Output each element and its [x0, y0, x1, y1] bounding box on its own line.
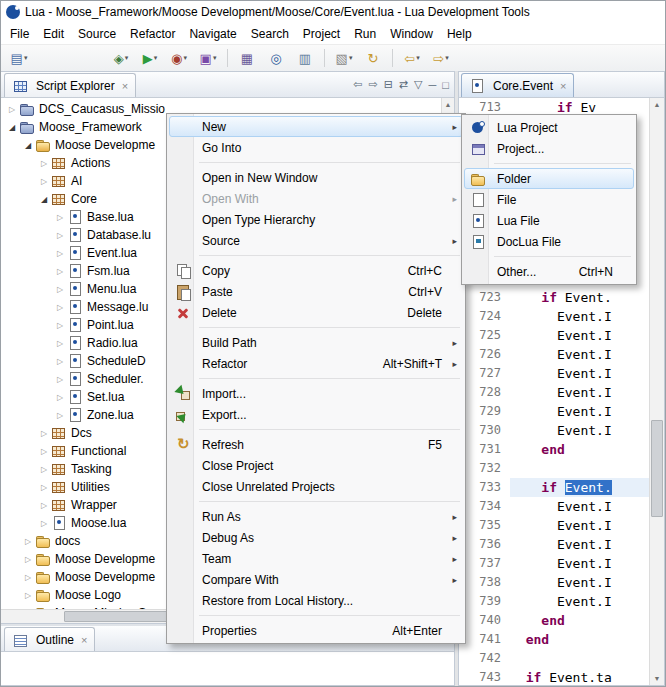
expand-arrow-icon[interactable]: ▷	[37, 483, 51, 492]
menu-navigate[interactable]: Navigate	[182, 25, 243, 43]
menu-item-source[interactable]: Source▸	[169, 230, 463, 251]
expand-arrow-icon[interactable]: ▷	[53, 231, 67, 240]
view-menu-icon[interactable]: ▽	[414, 78, 422, 91]
expand-arrow-icon[interactable]: ▷	[5, 105, 19, 114]
scroll-up-icon[interactable]: ▲	[442, 98, 454, 111]
expand-arrow-icon[interactable]: ▷	[53, 303, 67, 312]
view-forward-icon[interactable]: ⇨	[368, 78, 377, 91]
menu-edit[interactable]: Edit	[36, 25, 71, 43]
expand-arrow-icon[interactable]: ▷	[53, 213, 67, 222]
menu-item-doclua-file[interactable]: DocLua File	[464, 231, 634, 252]
dropdown-icon[interactable]: ▾	[154, 54, 158, 62]
expand-arrow-icon[interactable]: ▷	[53, 249, 67, 258]
menu-item-properties[interactable]: PropertiesAlt+Enter	[169, 620, 463, 641]
tab-script-explorer[interactable]: Script Explorer ×	[4, 73, 136, 97]
dropdown-icon[interactable]: ▾	[349, 54, 353, 62]
expand-arrow-icon[interactable]: ▷	[53, 375, 67, 384]
menu-item-delete[interactable]: DeleteDelete	[169, 302, 463, 323]
expand-arrow-icon[interactable]: ▷	[21, 591, 35, 600]
debug-button[interactable]: ◈▾	[107, 47, 135, 69]
forward-button[interactable]: ⇨▾	[427, 47, 455, 69]
menu-help[interactable]: Help	[440, 25, 479, 43]
expand-arrow-icon[interactable]: ▷	[53, 393, 67, 402]
show-view-button[interactable]: ▥	[291, 47, 319, 69]
last-edit-location-button[interactable]: ↻	[359, 47, 387, 69]
scroll-up-icon[interactable]: ▲	[650, 98, 664, 111]
expand-arrow-icon[interactable]: ▷	[37, 447, 51, 456]
menu-item-import[interactable]: Import...	[169, 383, 463, 404]
menu-item-debug-as[interactable]: Debug As▸	[169, 527, 463, 548]
menu-item-paste[interactable]: PasteCtrl+V	[169, 281, 463, 302]
view-back-icon[interactable]: ⇦	[353, 78, 362, 91]
link-with-editor-icon[interactable]: ⇄	[399, 78, 408, 91]
menu-item-file[interactable]: File	[464, 189, 634, 210]
menu-source[interactable]: Source	[71, 25, 123, 43]
editor-tab-core-event[interactable]: Core.Event ×	[461, 73, 574, 97]
dropdown-icon[interactable]: ▾	[445, 54, 449, 62]
tab-outline[interactable]: Outline ×	[4, 627, 95, 651]
menu-item-compare-with[interactable]: Compare With▸	[169, 569, 463, 590]
collapse-arrow-icon[interactable]: ◢	[37, 195, 51, 204]
dropdown-icon[interactable]: ▾	[416, 54, 420, 62]
search-button[interactable]: ◎	[262, 47, 290, 69]
menu-item-close-unrelated-projects[interactable]: Close Unrelated Projects	[169, 476, 463, 497]
expand-arrow-icon[interactable]: ▷	[37, 429, 51, 438]
annotations-button[interactable]: ▧▾	[330, 47, 358, 69]
expand-arrow-icon[interactable]: ▷	[53, 321, 67, 330]
menu-file[interactable]: File	[3, 25, 36, 43]
expand-arrow-icon[interactable]: ▷	[21, 555, 35, 564]
scrollbar-thumb[interactable]	[651, 420, 663, 517]
menu-window[interactable]: Window	[383, 25, 440, 43]
maximize-icon[interactable]: □	[442, 79, 449, 91]
menu-item-open-in-new-window[interactable]: Open in New Window	[169, 167, 463, 188]
dropdown-icon[interactable]: ▾	[213, 54, 217, 62]
menu-item-lua-project[interactable]: Lua Project	[464, 117, 634, 138]
expand-arrow-icon[interactable]: ▷	[21, 537, 35, 546]
expand-arrow-icon[interactable]: ▷	[37, 177, 51, 186]
expand-arrow-icon[interactable]: ▷	[37, 501, 51, 510]
menu-item-project[interactable]: Project...	[464, 138, 634, 159]
menu-project[interactable]: Project	[296, 25, 347, 43]
menu-item-build-path[interactable]: Build Path▸	[169, 332, 463, 353]
collapse-all-icon[interactable]: ⊟	[384, 78, 393, 91]
dropdown-icon[interactable]: ▾	[24, 54, 28, 62]
expand-arrow-icon[interactable]: ▷	[53, 339, 67, 348]
minimize-icon[interactable]: ─	[429, 79, 437, 91]
menu-item-go-into[interactable]: Go Into	[169, 137, 463, 158]
menu-item-run-as[interactable]: Run As▸	[169, 506, 463, 527]
expand-arrow-icon[interactable]: ▷	[37, 519, 51, 528]
menu-item-export[interactable]: Export...	[169, 404, 463, 425]
expand-arrow-icon[interactable]: ▷	[53, 285, 67, 294]
back-button[interactable]: ⇦▾	[398, 47, 426, 69]
menu-item-close-project[interactable]: Close Project	[169, 455, 463, 476]
editor-vertical-scrollbar[interactable]: ▲ ▼	[649, 98, 664, 685]
expand-arrow-icon[interactable]: ▷	[21, 573, 35, 582]
new-wizard-button[interactable]: ▤▾	[5, 47, 33, 69]
expand-arrow-icon[interactable]: ▷	[53, 357, 67, 366]
menu-item-new[interactable]: New▸	[169, 116, 463, 137]
collapse-arrow-icon[interactable]: ◢	[21, 141, 35, 150]
menu-search[interactable]: Search	[244, 25, 296, 43]
menu-item-open-type-hierarchy[interactable]: Open Type Hierarchy	[169, 209, 463, 230]
external-tools-button[interactable]: ◉▾	[165, 47, 193, 69]
menu-item-refactor[interactable]: RefactorAlt+Shift+T▸	[169, 353, 463, 374]
dropdown-icon[interactable]: ▾	[183, 54, 187, 62]
menu-item-restore-from-local-history[interactable]: Restore from Local History...	[169, 590, 463, 611]
close-icon[interactable]: ×	[560, 80, 566, 92]
menu-item-refresh[interactable]: RefreshF5	[169, 434, 463, 455]
run-button[interactable]: ▶▾	[136, 47, 164, 69]
open-element-button[interactable]: ▦	[233, 47, 261, 69]
menu-run[interactable]: Run	[347, 25, 383, 43]
menu-refactor[interactable]: Refactor	[123, 25, 182, 43]
expand-arrow-icon[interactable]: ▷	[37, 465, 51, 474]
expand-arrow-icon[interactable]: ▷	[37, 159, 51, 168]
close-icon[interactable]: ×	[122, 80, 128, 92]
menu-item-copy[interactable]: CopyCtrl+C	[169, 260, 463, 281]
menu-item-folder[interactable]: Folder	[464, 168, 634, 189]
menu-item-lua-file[interactable]: Lua File	[464, 210, 634, 231]
expand-arrow-icon[interactable]: ▷	[53, 411, 67, 420]
menu-item-other[interactable]: Other...Ctrl+N	[464, 261, 634, 282]
expand-arrow-icon[interactable]: ▷	[53, 267, 67, 276]
menu-item-team[interactable]: Team▸	[169, 548, 463, 569]
close-icon[interactable]: ×	[81, 634, 87, 646]
